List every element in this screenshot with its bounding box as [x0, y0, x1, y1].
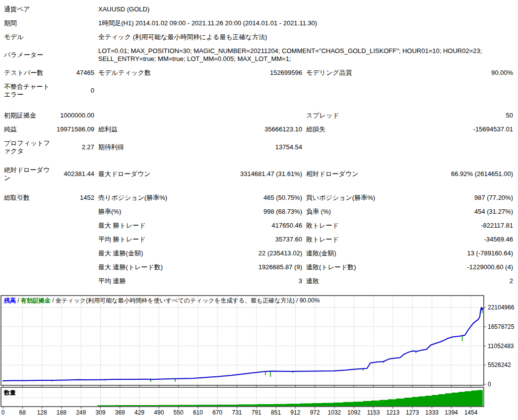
report-row: テストバー数47465モデルティック数152699596モデリング品質90.00… — [4, 66, 518, 80]
axis-ticks — [3, 307, 486, 409]
report-value: 全ティック (利用可能な最小時間枠による最も正確な方法) — [94, 33, 513, 41]
report-row: 期間1時間足(H1) 2014.01.02 09:00 - 2021.11.26… — [4, 16, 518, 30]
y-axis-label: 5526242 — [488, 361, 511, 368]
report-value: 402381.44 — [54, 170, 94, 178]
y-axis-label: 22104966 — [488, 304, 515, 311]
report-row: 最大 勝トレード417650.46敗トレード-822117.81 — [4, 219, 518, 233]
report-value: 417650.46 — [220, 222, 302, 230]
report-row: 純益19971586.09総利益35666123.10総損失-15694537.… — [4, 122, 518, 136]
report-value: 1452 — [54, 194, 94, 202]
report-value: 22 (235413.02) — [220, 249, 302, 257]
report-label: 敗トレード — [302, 236, 426, 243]
report-value: 47465 — [54, 69, 94, 77]
report-value: -1229000.60 (4) — [426, 263, 513, 271]
x-axis-label: 1333 — [425, 409, 439, 416]
chart-legend: 残高 / 有効証拠金 / 全ティック(利用可能な最小時間枠を使いすべてのティック… — [4, 297, 320, 305]
x-axis-label: 0 — [1, 409, 5, 416]
report-label: スプレッド — [302, 112, 426, 120]
report-row: 絶対ドローダウン402381.44最大ドローダウン3314681.47 (31.… — [4, 163, 518, 185]
y-axis-label: 11052483 — [488, 343, 514, 350]
report-row: 平均 連勝3連敗2 — [4, 274, 518, 288]
x-axis-label: 1032 — [328, 409, 341, 416]
report-value: 2 — [426, 277, 513, 285]
x-axis-label: 490 — [154, 409, 164, 416]
report-value: 0 — [54, 87, 94, 95]
report-label: モデリング品質 — [302, 69, 426, 77]
report-label: 絶対ドローダウン — [4, 166, 54, 182]
report-row: 最大 連勝(トレード数)1926685.87 (9)連敗(トレード数)-1229… — [4, 260, 518, 274]
report-label: 総取引数 — [4, 194, 54, 202]
report-value: 13754.54 — [220, 143, 302, 151]
report-value: 998 (68.73%) — [220, 208, 302, 216]
lots-chart-label: 数量 — [4, 389, 16, 397]
x-axis-label: 851 — [271, 409, 281, 416]
report-value: 35666123.10 — [220, 125, 302, 133]
x-axis-label: 369 — [115, 409, 125, 416]
x-axis-label: 972 — [310, 409, 320, 416]
report-row: 最大 連勝(金額)22 (235413.02)連敗(金額)13 (-789160… — [4, 246, 518, 260]
report-label: 通貨ペア — [4, 5, 94, 13]
x-axis-label: 550 — [174, 409, 184, 416]
main-chart-border — [1, 296, 484, 385]
report-value: 35737.60 — [220, 236, 302, 243]
x-axis-label: 429 — [134, 409, 144, 416]
report-value: 13 (-789160.64) — [426, 249, 513, 257]
x-axis-label: 188 — [57, 409, 66, 416]
report-row: 不整合チャートエラー0 — [4, 80, 518, 102]
report-value: XAUUSD (GOLD) — [94, 5, 513, 13]
report-row: 平均 勝トレード35737.60敗トレード-34569.46 — [4, 233, 518, 246]
x-axis-label: 731 — [232, 409, 242, 416]
report-value: 987 (77.20%) — [426, 194, 513, 202]
x-axis-label: 1092 — [347, 409, 361, 416]
y-axis-label: 16578725 — [488, 323, 515, 330]
report-value: 1000000.00 — [54, 112, 94, 120]
report-label: 連敗(トレード数) — [302, 263, 426, 271]
y-axis-label: 0 — [488, 381, 491, 388]
report-value: 152699596 — [220, 69, 302, 77]
report-label: 期待利得 — [94, 143, 220, 151]
report-table: 通貨ペアXAUUSD (GOLD)期間1時間足(H1) 2014.01.02 0… — [0, 0, 518, 288]
x-axis-label: 670 — [212, 409, 222, 416]
report-label: 最大 連勝(金額) — [94, 249, 220, 257]
chart-canvas: 0552624211052483165787252210496606812818… — [0, 295, 518, 420]
x-axis-label: 610 — [193, 409, 203, 416]
report-value: 3 — [220, 277, 302, 285]
x-axis-label: 1153 — [367, 409, 380, 416]
report-label: 初期証拠金 — [4, 112, 54, 120]
legend-model-text: / 全ティック(利用可能な最小時間枠を使いすべてのティックを生成する、最も正確な… — [51, 297, 320, 304]
legend-equity-label: 有効証拠金 — [21, 297, 51, 304]
report-label: モデル — [4, 33, 94, 41]
report-value: 465 (50.75%) — [220, 194, 302, 202]
report-label: 買いポジション(勝率%) — [302, 194, 426, 202]
report-row: 初期証拠金1000000.00スプレッド50 — [4, 109, 518, 122]
report-value: 1時間足(H1) 2014.01.02 09:00 - 2021.11.26 2… — [94, 19, 513, 27]
x-axis-label: 912 — [290, 409, 300, 416]
report-value: 19971586.09 — [54, 125, 94, 133]
report-label: 期間 — [4, 19, 94, 27]
report-row: プロフィットファクタ2.27期待利得13754.54 — [4, 136, 518, 158]
balance-chart: 0552624211052483165787252210496606812818… — [0, 295, 518, 420]
report-label: 最大 連勝(トレード数) — [94, 263, 220, 271]
report-label: プロフィットファクタ — [4, 139, 54, 155]
x-axis-label: 1273 — [406, 409, 419, 416]
report-label: 不整合チャートエラー — [4, 83, 54, 99]
report-label: 負率 (%) — [302, 208, 426, 216]
report-label: 平均 連勝 — [94, 277, 220, 285]
report-value: -15694537.01 — [426, 125, 513, 133]
report-value: 2.27 — [54, 143, 94, 151]
x-axis-label: 249 — [76, 409, 86, 416]
x-axis-label: 791 — [252, 409, 261, 416]
report-label: 平均 勝トレード — [94, 236, 220, 243]
strategy-tester-report: { "report": { "rows": [ {"wide":true,"c1… — [0, 0, 518, 420]
report-label: 敗トレード — [302, 222, 426, 230]
report-value: -822117.81 — [426, 222, 513, 230]
report-label: 連敗(金額) — [302, 249, 426, 257]
x-axis-label: 309 — [95, 409, 105, 416]
balance-line — [2, 307, 483, 381]
report-row: 総取引数1452売りポジション(勝率%)465 (50.75%)買いポジション(… — [4, 191, 518, 205]
report-label: 最大ドローダウン — [94, 170, 220, 178]
report-label: 勝率(%) — [94, 208, 220, 216]
report-row: モデル全ティック (利用可能な最小時間枠による最も正確な方法) — [4, 30, 518, 44]
x-axis-label: 1213 — [386, 409, 399, 416]
report-row: 通貨ペアXAUUSD (GOLD) — [4, 2, 518, 16]
